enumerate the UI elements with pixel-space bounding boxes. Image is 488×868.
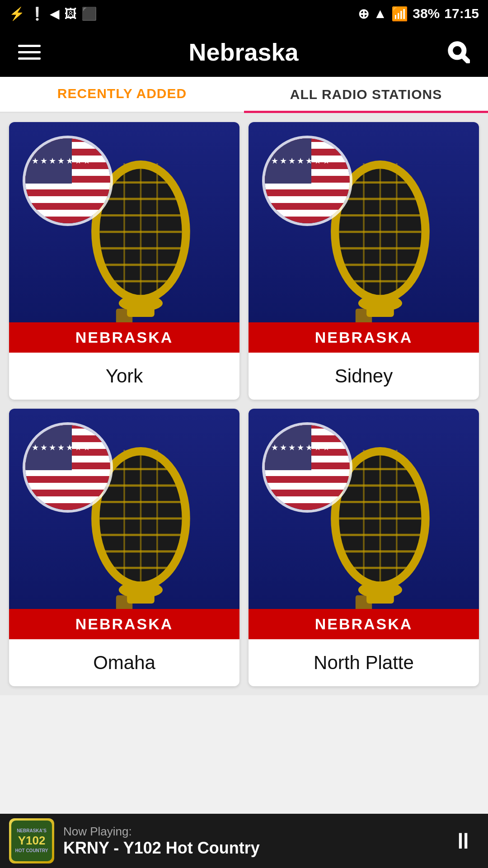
station-logo[interactable]: NEBRASKA'S Y102 HOT COUNTRY	[9, 818, 54, 863]
status-right: ⊕ ▲ 📶 38% 17:15	[358, 6, 479, 22]
svg-rect-17	[127, 301, 155, 317]
back-icon: ◀	[50, 6, 60, 21]
svg-rect-33	[366, 301, 394, 317]
now-playing-station: KRNY - Y102 Hot Country	[63, 839, 443, 858]
card-image-sidney: ★★★★★★★★★★	[249, 122, 479, 353]
flag-sidney: ★★★★★★★★★★	[262, 136, 352, 226]
flag-north-platte: ★★★★★★★★★★	[262, 422, 352, 513]
logo-main-text: Y102	[18, 834, 46, 848]
battery-level: 38%	[413, 6, 440, 21]
station-name-north-platte: North Platte	[249, 639, 479, 686]
menu-button[interactable]	[18, 45, 41, 60]
state-label-sidney: NEBRASKA	[249, 322, 479, 353]
station-name-sidney: Sidney	[249, 353, 479, 400]
svg-rect-49	[127, 587, 155, 604]
status-icons: ⚡ ❕ ◀ 🖼 ⬛	[9, 6, 97, 21]
image-icon: 🖼	[64, 6, 77, 21]
card-image-york: ★★★★★★★★★★	[9, 122, 239, 353]
wifi-icon: ▲	[374, 6, 387, 21]
card-north-platte[interactable]: ★★★★★★★★★★	[249, 409, 479, 686]
now-playing-bar: NEBRASKA'S Y102 HOT COUNTRY Now Playing:…	[0, 814, 488, 868]
notification-icon: ⚡	[9, 6, 25, 21]
state-label-omaha: NEBRASKA	[9, 609, 239, 639]
state-label-north-platte: NEBRASKA	[249, 609, 479, 639]
station-name-york: York	[9, 353, 239, 400]
pause-button[interactable]: ⏸	[452, 828, 474, 854]
card-image-north-platte: ★★★★★★★★★★	[249, 409, 479, 639]
page-title: Nebraska	[188, 38, 298, 66]
now-playing-label: Now Playing:	[63, 825, 443, 839]
svg-rect-65	[366, 587, 394, 604]
card-sidney[interactable]: ★★★★★★★★★★	[249, 122, 479, 400]
now-playing-info: Now Playing: KRNY - Y102 Hot Country	[63, 825, 443, 858]
flag-york: ★★★★★★★★★★	[23, 136, 113, 226]
flag-omaha: ★★★★★★★★★★	[23, 422, 113, 513]
signal-icon: 📶	[391, 6, 408, 22]
card-omaha[interactable]: ★★★★★★★★★★	[9, 409, 239, 686]
station-name-omaha: Omaha	[9, 639, 239, 686]
tab-recently-added[interactable]: RECENTLY ADDED	[0, 77, 244, 112]
logo-inner: NEBRASKA'S Y102 HOT COUNTRY	[11, 821, 52, 861]
card-image-omaha: ★★★★★★★★★★	[9, 409, 239, 639]
card-york[interactable]: ★★★★★★★★★★	[9, 122, 239, 400]
tab-all-stations[interactable]: ALL RADIO STATIONS	[244, 78, 488, 113]
stations-grid: ★★★★★★★★★★	[0, 113, 488, 695]
svg-line-1	[463, 56, 468, 61]
search-button[interactable]	[446, 40, 470, 65]
clock: 17:15	[444, 6, 479, 21]
cast-icon: ⊕	[358, 6, 369, 22]
logo-top-text: NEBRASKA'S	[17, 828, 47, 834]
stop-icon: ⬛	[81, 6, 97, 21]
state-label-york: NEBRASKA	[9, 322, 239, 353]
alert-icon: ❕	[29, 6, 45, 21]
status-bar: ⚡ ❕ ◀ 🖼 ⬛ ⊕ ▲ 📶 38% 17:15	[0, 0, 488, 27]
app-header: Nebraska	[0, 27, 488, 77]
tabs-container: RECENTLY ADDED ALL RADIO STATIONS	[0, 77, 488, 113]
logo-country-text: HOT COUNTRY	[15, 848, 48, 854]
search-icon	[446, 40, 470, 63]
